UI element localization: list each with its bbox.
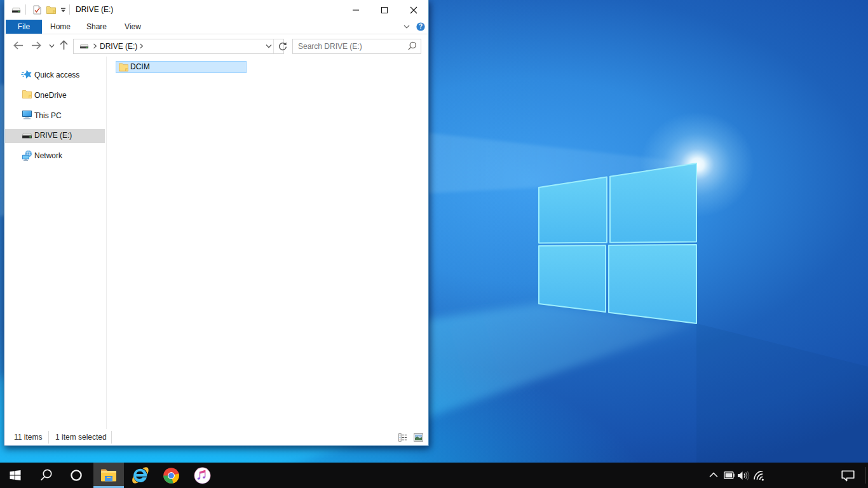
svg-text:?: ? bbox=[419, 23, 423, 30]
